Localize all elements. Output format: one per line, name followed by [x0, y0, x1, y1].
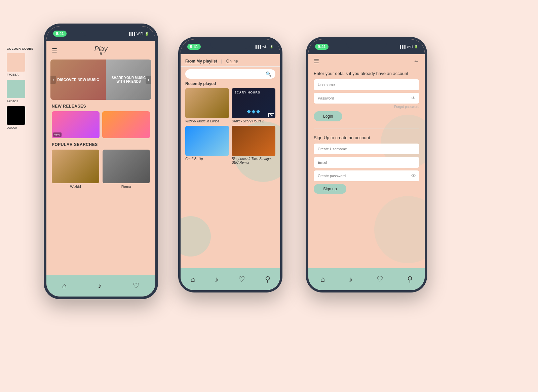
back-button[interactable]: ← — [185, 58, 191, 65]
username-input[interactable] — [314, 79, 419, 90]
phone-1-header: ☰ PlayIt — [46, 41, 155, 57]
swatch-salmon — [7, 53, 25, 72]
password-input[interactable] — [314, 93, 419, 104]
popular-item-wizkid: Wizkid — [52, 150, 99, 189]
phone-1-notch: 9:41 ▐▐▐ WiFi 🔋 — [46, 26, 155, 41]
scary-hours-text: SCARY HOURS — [234, 91, 260, 94]
phone-3-header: ☰ ← — [308, 54, 425, 68]
wizkid-img — [52, 150, 99, 183]
heart-nav-3[interactable]: ♡ — [377, 275, 383, 284]
search-nav-2[interactable]: ⚲ — [265, 275, 270, 284]
music-nav-icon[interactable]: ♪ — [98, 281, 102, 290]
signup-button[interactable]: Sign up — [314, 184, 346, 194]
phone-1-time: 9:41 — [53, 31, 67, 37]
create-username-input[interactable] — [314, 144, 419, 154]
wizkid-album-name: Wizkid- Made in Lagos — [185, 119, 229, 123]
phone-3-bottom-nav: ⌂ ♪ ♡ ⚲ — [308, 268, 425, 290]
wifi-icon-3: WiFi — [407, 45, 413, 48]
color-panel: COLOUR CODES F7CEBA A7D1C1 000000 — [7, 47, 40, 133]
wizkid-name: Wizkid — [52, 185, 99, 189]
search-bar: 🔍 — [185, 69, 275, 79]
popular-grid: Wizkid Rema — [52, 150, 150, 189]
phone-3-time: 9:41 — [315, 44, 329, 50]
phone-2-status-icons: ▐▐▐ WiFi 🔋 — [255, 45, 273, 48]
signal-icon-3: ▐▐▐ — [399, 45, 406, 48]
phone-1-status-icons: ▐▐▐ WiFi 🔋 — [128, 32, 149, 36]
carousel-prev[interactable]: ‹ — [50, 76, 56, 84]
phone-2-time: 9:41 — [187, 44, 201, 50]
phone-3-content: ☰ ← Enter your details if you already ha… — [308, 54, 425, 290]
swatch-label-black: 000000 — [7, 126, 40, 129]
album-drake: SCARY HOURS PA Drake- Scary Hours 2 — [232, 88, 275, 123]
carousel-item-2: SHARE YOUR MUSIC WITH FRIENDS — [106, 60, 151, 100]
album-cardib: Cardi B- Up — [185, 126, 229, 164]
album-grid-2: Wizkid- Made in Lagos SCARY HOURS PA Dra… — [185, 88, 275, 164]
eye-icon[interactable]: 👁 — [411, 95, 416, 101]
carousel-text-2: SHARE YOUR MUSIC WITH FRIENDS — [106, 75, 151, 85]
create-eye-icon[interactable]: 👁 — [411, 173, 416, 179]
album-thumb-2 — [102, 111, 150, 138]
deco-circle-4 — [374, 196, 425, 263]
tab-online[interactable]: Online — [226, 59, 238, 64]
menu-icon[interactable]: ☰ — [52, 47, 57, 54]
album-blaqbonez: Blaqbonez ft Tiwa Savage- BBC Remix — [232, 126, 275, 164]
swatch-label-mint: A7D1C1 — [7, 100, 40, 103]
new-releases-title: NEW RELEASES — [52, 104, 150, 109]
scary-diamonds — [247, 110, 260, 113]
music-nav-2[interactable]: ♪ — [215, 275, 219, 284]
heart-nav-icon[interactable]: ♡ — [133, 281, 140, 290]
battery-icon-3: 🔋 — [414, 45, 418, 48]
carousel-text-1: DISCOVER NEW MUSIC — [56, 76, 101, 83]
search-nav-3[interactable]: ⚲ — [407, 275, 413, 284]
album-wizkid: Wizkid- Made in Lagos — [185, 88, 229, 123]
rema-name: Rema — [103, 185, 150, 189]
swatch-black — [7, 106, 25, 125]
tab-divider: | — [221, 59, 222, 64]
deco-circle-2 — [181, 216, 211, 257]
phone-2: 9:41 ▐▐▐ WiFi 🔋 ← From My playlist | Onl… — [178, 37, 282, 292]
blaqbonez-album-name: Blaqbonez ft Tiwa Savage- BBC Remix — [232, 157, 275, 164]
signal-icon: ▐▐▐ — [128, 32, 135, 36]
search-icon[interactable]: 🔍 — [266, 71, 271, 77]
home-nav-icon[interactable]: ⌂ — [62, 281, 67, 290]
heart-nav-2[interactable]: ♡ — [238, 275, 245, 284]
phone-1-bottom-nav: ⌂ ♪ ♡ — [46, 275, 155, 297]
advisory-badge: PA — [268, 113, 274, 117]
drake-album-name: Drake- Scary Hours 2 — [232, 119, 275, 123]
phone-1-screen: 9:41 ▐▐▐ WiFi 🔋 ☰ PlayIt ‹ — [46, 26, 155, 297]
create-password-input[interactable] — [314, 170, 419, 181]
carousel-next[interactable]: › — [146, 76, 151, 84]
phone-3-back-icon[interactable]: ← — [413, 58, 419, 65]
home-nav-2[interactable]: ⌂ — [190, 275, 195, 284]
cardib-album-name: Cardi B- Up — [185, 157, 229, 161]
battery-icon-2: 🔋 — [270, 45, 273, 48]
login-button[interactable]: Login — [314, 111, 342, 121]
swatch-label-salmon: F7CEBA — [7, 73, 40, 76]
recently-played-title: Recently played — [185, 81, 275, 86]
wifi-icon-2: WiFi — [262, 45, 268, 48]
phone-1-content: ☰ PlayIt ‹ DISCOVER NEW MUSIC — [46, 41, 155, 297]
drake-album-img: SCARY HOURS PA — [232, 88, 275, 118]
phone-3: 9:41 ▐▐▐ WiFi 🔋 ☰ ← Enter your details i… — [306, 37, 427, 292]
signal-icon-2: ▐▐▐ — [255, 45, 261, 48]
email-input[interactable] — [314, 157, 419, 168]
create-password-wrap: 👁 — [314, 170, 419, 181]
phone-3-notch: 9:41 ▐▐▐ WiFi 🔋 — [308, 39, 425, 54]
phone-2-content: ← From My playlist | Online 🔍 Recently p… — [181, 54, 280, 290]
phone-2-bottom-nav: ⌂ ♪ ♡ ⚲ — [181, 268, 280, 290]
color-panel-title: COLOUR CODES — [7, 47, 40, 50]
music-nav-3[interactable]: ♪ — [349, 275, 352, 284]
phone-1: 9:41 ▐▐▐ WiFi 🔋 ☰ PlayIt ‹ — [44, 24, 158, 299]
phone-3-status-icons: ▐▐▐ WiFi 🔋 — [399, 45, 418, 48]
album-grid: vevo — [52, 111, 150, 138]
search-input[interactable] — [189, 72, 264, 76]
app-logo: PlayIt — [94, 45, 108, 55]
blaqbonez-album-img — [232, 126, 275, 156]
forgot-password[interactable]: Forgot password — [314, 105, 419, 109]
phone-3-menu-icon[interactable]: ☰ — [314, 57, 319, 65]
popular-item-rema: Rema — [103, 150, 150, 189]
home-nav-3[interactable]: ⌂ — [320, 275, 325, 284]
playlist-tabs: From My playlist | Online — [181, 54, 280, 67]
password-wrap: 👁 — [314, 93, 419, 104]
wizkid-album-img — [185, 88, 229, 118]
